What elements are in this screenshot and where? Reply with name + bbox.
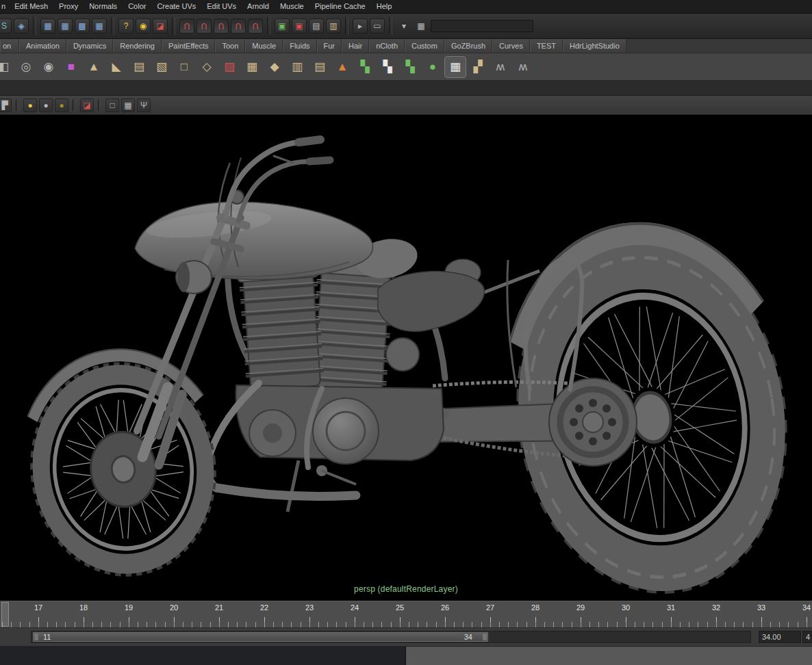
checker-green-icon[interactable]: ▚ <box>355 57 375 77</box>
animation-end-field[interactable] <box>802 631 812 643</box>
menu-item-color[interactable]: Color <box>123 0 151 13</box>
playback-end-field[interactable] <box>759 631 801 643</box>
poly-cube-icon[interactable]: ■ <box>61 57 81 77</box>
node-connections-icon[interactable]: Ψ <box>137 99 151 112</box>
dark-light-ball-icon[interactable]: ● <box>55 99 68 112</box>
shelf-tab-muscle[interactable]: Muscle <box>245 39 283 53</box>
poly-cone-icon[interactable]: ▲ <box>84 57 104 77</box>
frame-label: 20 <box>151 603 196 612</box>
hypershade-icon[interactable]: ▥ <box>326 18 341 34</box>
menu-item-clipped[interactable]: n <box>0 0 9 13</box>
maya-window: n Edit Mesh Proxy Normals Color Create U… <box>0 0 812 665</box>
playback-range-bar[interactable]: 11 34 <box>33 632 488 642</box>
time-slider[interactable]: 17 18 19 20 21 22 23 24 25 26 27 28 29 3… <box>0 601 812 628</box>
menu-item-normals[interactable]: Normals <box>84 0 123 13</box>
plane-stack-icon[interactable]: ▤ <box>309 57 330 77</box>
shelf-tab-painteffects[interactable]: PaintEffects <box>162 39 216 53</box>
uv-grid-icon[interactable]: ▦ <box>445 57 466 77</box>
frame-label: 27 <box>468 603 513 612</box>
perspective-viewport[interactable]: persp (defaultRenderLayer) <box>0 115 812 601</box>
shelf-tab-fur[interactable]: Fur <box>317 39 342 53</box>
cut-faces-icon[interactable]: ▨ <box>219 57 240 77</box>
shelf-tab-animation[interactable]: Animation <box>19 39 66 53</box>
double-plane-icon[interactable]: ▥ <box>287 57 307 77</box>
poly-box-icon[interactable]: □ <box>174 57 194 77</box>
toolbar-separator <box>172 17 175 35</box>
command-line-input[interactable] <box>0 647 406 665</box>
toolbar-separator <box>389 17 392 35</box>
poly-sphere-icon[interactable]: ◉ <box>38 57 59 77</box>
plane-pair-icon[interactable]: ▞ <box>468 57 488 77</box>
select-components-icon[interactable]: ▩ <box>75 18 90 34</box>
frame-label: 18 <box>61 603 106 612</box>
menu-item-create-uvs[interactable]: Create UVs <box>151 0 201 13</box>
menu-item-arnold[interactable]: Arnold <box>242 0 275 13</box>
menu-item-edit-uvs[interactable]: Edit UVs <box>201 0 242 13</box>
frame-label: 19 <box>106 603 151 612</box>
range-slider-trough[interactable]: 11 34 <box>31 631 751 643</box>
select-mask-menu-icon[interactable]: ▦ <box>92 18 107 34</box>
soft-mod-icon[interactable]: ▲ <box>332 57 353 77</box>
select-hierarchy-icon[interactable]: ▦ <box>40 18 55 34</box>
render-settings-icon[interactable]: ▤ <box>309 18 324 34</box>
shelf-tab-rendering[interactable]: Rendering <box>113 39 162 53</box>
dropdown-arrow-icon[interactable]: ▾ <box>396 18 411 34</box>
render-view-icon[interactable]: ▣ <box>275 18 290 34</box>
angled-plane-icon[interactable]: ◆ <box>264 57 285 77</box>
snap-to-point-icon[interactable]: U <box>214 18 229 34</box>
sphere-checker-icon[interactable]: ● <box>422 57 443 77</box>
grid-stack-icon[interactable]: ▦ <box>242 57 262 77</box>
menu-item-edit-mesh[interactable]: Edit Mesh <box>9 0 53 13</box>
wing-brush-b-icon[interactable]: ʍ <box>513 57 533 77</box>
page-flag-icon[interactable]: ◪ <box>153 18 168 34</box>
shelf-tab-toon[interactable]: Toon <box>215 39 245 53</box>
shelf-tab-curves[interactable]: Curves <box>492 39 530 53</box>
menu-item-help[interactable]: Help <box>371 0 398 13</box>
select-highlight-icon[interactable]: ◪ <box>80 99 94 112</box>
checker-arrow-icon[interactable]: ▚ <box>400 57 420 77</box>
toolbar-separator <box>345 17 348 35</box>
field-grid-icon[interactable]: ▦ <box>414 18 429 34</box>
panel-layout-icon[interactable]: ▛ <box>0 99 12 112</box>
snap-make-live-icon[interactable]: U <box>248 18 263 34</box>
menubar: n Edit Mesh Proxy Normals Color Create U… <box>0 0 812 14</box>
snap-to-curve-icon[interactable]: U <box>196 18 212 34</box>
quick-select-curve-icon[interactable]: S <box>0 18 12 34</box>
shelf-tab-polygon-clipped[interactable]: on <box>0 39 19 53</box>
fold-plane-icon[interactable]: ◇ <box>196 57 217 77</box>
highlight-selection-icon[interactable]: ? <box>118 18 134 34</box>
checker-bw-icon[interactable]: ▚ <box>377 57 398 77</box>
shelf-tab-fluids[interactable]: Fluids <box>283 39 316 53</box>
lock-selection-icon[interactable]: ◉ <box>136 18 151 34</box>
paint-selection-icon[interactable]: ◈ <box>14 18 29 34</box>
quick-selection-field[interactable] <box>431 20 533 32</box>
shelf-tab-hdrlightstudio[interactable]: HdrLightStudio <box>563 39 626 53</box>
select-objects-icon[interactable]: ▦ <box>58 18 73 34</box>
film-gate-icon[interactable]: ▦ <box>121 99 135 112</box>
input-line-mode-icon[interactable]: ▸ <box>353 18 368 34</box>
snap-to-grid-icon[interactable]: U <box>179 18 194 34</box>
poly-plane-icon[interactable]: ◣ <box>106 57 127 77</box>
menu-item-muscle[interactable]: Muscle <box>275 0 309 13</box>
nurbs-sphere-icon[interactable]: ◎ <box>16 57 36 77</box>
shelf-tab-test[interactable]: TEST <box>530 39 563 53</box>
menu-item-proxy[interactable]: Proxy <box>53 0 84 13</box>
shelf-cut-icon[interactable]: ◧ <box>0 57 14 77</box>
shelf-tab-hair[interactable]: Hair <box>342 39 369 53</box>
wire-cube-icon[interactable]: □ <box>105 99 119 112</box>
flat-light-ball-icon[interactable]: ● <box>39 99 53 112</box>
shelf-tab-ncloth[interactable]: nCloth <box>369 39 405 53</box>
menu-item-pipeline-cache[interactable]: Pipeline Cache <box>309 0 371 13</box>
poly-planes-icon[interactable]: ▤ <box>129 57 149 77</box>
default-light-ball-icon[interactable]: ● <box>23 99 37 112</box>
poly-sheet-icon[interactable]: ▧ <box>151 57 172 77</box>
shelf-tab-gozbrush[interactable]: GoZBrush <box>444 39 492 53</box>
shelf-tab-dynamics[interactable]: Dynamics <box>66 39 113 53</box>
snap-to-plane-icon[interactable]: U <box>231 18 246 34</box>
shelf-tab-bar: on Animation Dynamics Rendering PaintEff… <box>0 39 812 53</box>
ipr-render-icon[interactable]: ▣ <box>292 18 307 34</box>
wing-brush-a-icon[interactable]: ʍ <box>490 57 511 77</box>
shelf-tab-custom[interactable]: Custom <box>405 39 444 53</box>
numeric-input-icon[interactable]: ▭ <box>370 18 385 34</box>
current-time-marker[interactable] <box>1 602 9 627</box>
